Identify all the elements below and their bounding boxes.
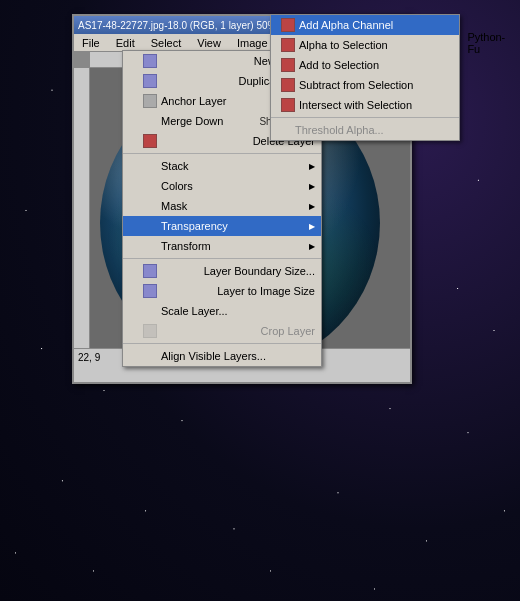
menu-edit[interactable]: Edit [108, 34, 143, 51]
layer-menu-transform[interactable]: Transform ▶ [123, 236, 321, 256]
add-alpha-icon [281, 18, 295, 32]
crop-label: Crop Layer [261, 325, 315, 337]
boundary-label: Layer Boundary Size... [204, 265, 315, 277]
trans-subtract-sel[interactable]: Subtract from Selection [271, 75, 459, 95]
menu-view[interactable]: View [189, 34, 229, 51]
colors-arrow: ▶ [309, 182, 315, 191]
intersect-sel-label: Intersect with Selection [299, 99, 412, 111]
layer-menu-align[interactable]: Align Visible Layers... [123, 346, 321, 366]
trans-threshold[interactable]: Threshold Alpha... [271, 120, 459, 140]
separator-3 [123, 343, 321, 344]
layer-menu-toimage[interactable]: Layer to Image Size [123, 281, 321, 301]
window-title: AS17-48-22727.jpg-18.0 (RGB, 1 layer) 50… [78, 20, 276, 31]
layer-menu-scale[interactable]: Scale Layer... [123, 301, 321, 321]
mask-label: Mask [161, 200, 187, 212]
mask-arrow: ▶ [309, 202, 315, 211]
anchor-layer-label: Anchor Layer [161, 95, 226, 107]
trans-intersect-sel[interactable]: Intersect with Selection [271, 95, 459, 115]
ruler-vertical [74, 68, 90, 348]
subtract-sel-label: Subtract from Selection [299, 79, 413, 91]
threshold-label: Threshold Alpha... [295, 124, 384, 136]
layer-menu-crop[interactable]: Crop Layer [123, 321, 321, 341]
trans-separator [271, 117, 459, 118]
trans-add-alpha[interactable]: Add Alpha Channel [271, 15, 459, 35]
toimage-label: Layer to Image Size [217, 285, 315, 297]
layer-menu-transparency[interactable]: Transparency ▶ [123, 216, 321, 236]
anchor-layer-icon [143, 94, 157, 108]
intersect-sel-icon [281, 98, 295, 112]
menu-image[interactable]: Image [229, 34, 276, 51]
menu-pythonfu[interactable]: Python-Fu [459, 34, 513, 51]
toimage-icon [143, 284, 157, 298]
layer-menu-colors[interactable]: Colors ▶ [123, 176, 321, 196]
layer-menu-stack[interactable]: Stack ▶ [123, 156, 321, 176]
merge-down-label: Merge Down [161, 115, 223, 127]
transparency-arrow: ▶ [309, 222, 315, 231]
alpha-to-sel-label: Alpha to Selection [299, 39, 388, 51]
transparency-label: Transparency [161, 220, 228, 232]
boundary-icon [143, 264, 157, 278]
delete-layer-icon [143, 134, 157, 148]
layer-menu-mask[interactable]: Mask ▶ [123, 196, 321, 216]
separator-1 [123, 153, 321, 154]
menu-select[interactable]: Select [143, 34, 190, 51]
crop-icon [143, 324, 157, 338]
align-label: Align Visible Layers... [161, 350, 266, 362]
separator-2 [123, 258, 321, 259]
trans-alpha-to-sel[interactable]: Alpha to Selection [271, 35, 459, 55]
scale-label: Scale Layer... [161, 305, 228, 317]
transform-label: Transform [161, 240, 211, 252]
duplicate-layer-icon [143, 74, 157, 88]
menu-scriptfu[interactable]: Script-Fu [513, 34, 520, 51]
coord-value: 22, 9 [78, 352, 100, 363]
transform-arrow: ▶ [309, 242, 315, 251]
new-layer-icon [143, 54, 157, 68]
alpha-to-sel-icon [281, 38, 295, 52]
status-coords: 22, 9 [78, 352, 100, 363]
subtract-sel-icon [281, 78, 295, 92]
add-to-sel-label: Add to Selection [299, 59, 379, 71]
stack-arrow: ▶ [309, 162, 315, 171]
add-alpha-label: Add Alpha Channel [299, 19, 393, 31]
layer-menu-boundary[interactable]: Layer Boundary Size... [123, 261, 321, 281]
add-to-sel-icon [281, 58, 295, 72]
stack-label: Stack [161, 160, 189, 172]
menu-file[interactable]: File [74, 34, 108, 51]
colors-label: Colors [161, 180, 193, 192]
trans-add-to-sel[interactable]: Add to Selection [271, 55, 459, 75]
transparency-submenu: Add Alpha Channel Alpha to Selection Add… [270, 14, 460, 141]
